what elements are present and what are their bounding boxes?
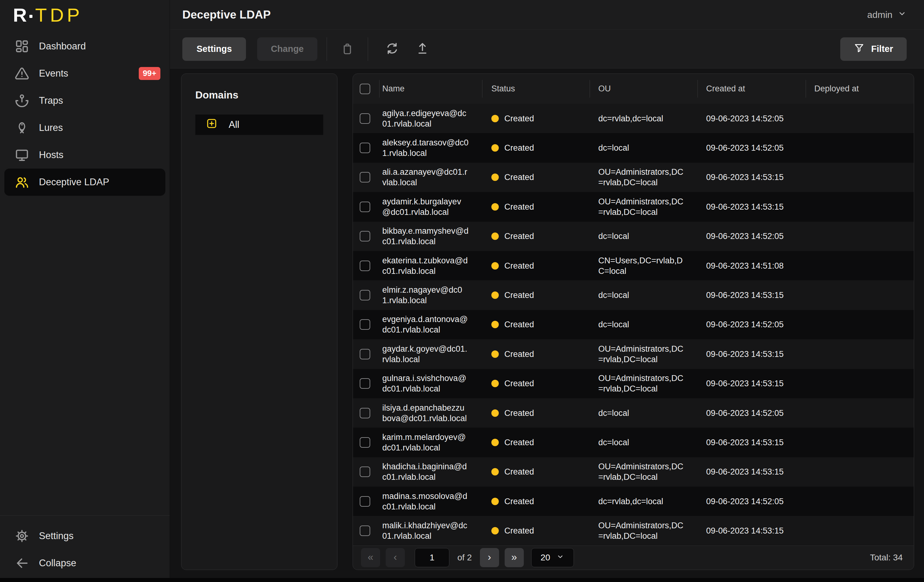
table-row[interactable]: bikbay.e.mamyshev@dc01.rvlab.local Creat… [353, 222, 914, 251]
table-row[interactable]: karim.m.melardoyev@dc01.rvlab.local Crea… [353, 427, 914, 457]
table-row[interactable]: aleksey.d.tarasov@dc01.rvlab.local Creat… [353, 133, 914, 163]
table-row[interactable]: madina.s.mosolova@dc01.rvlab.local Creat… [353, 487, 914, 516]
row-created-at: 09-06-2023 14:51:08 [698, 261, 806, 271]
page-size-value: 20 [541, 552, 550, 562]
row-status-label: Created [504, 172, 534, 182]
row-checkbox[interactable] [360, 408, 370, 418]
sidebar-item-settings[interactable]: Settings [0, 523, 170, 549]
row-checkbox[interactable] [360, 467, 370, 477]
user-menu[interactable]: admin [867, 9, 907, 20]
row-name: aydamir.k.burgalayev@dc01.rvlab.local [379, 196, 482, 217]
sidebar-item-deceptive-ldap[interactable]: Deceptive LDAP [4, 169, 165, 196]
row-status: Created [482, 437, 590, 448]
row-checkbox[interactable] [360, 113, 370, 124]
sidebar-item-label: Events [39, 68, 68, 79]
column-header-name: Name [379, 74, 482, 104]
row-ou: dc=local [590, 143, 698, 153]
row-ou: dc=local [590, 319, 698, 330]
row-status: Created [482, 526, 590, 536]
domain-item-all[interactable]: All [195, 115, 323, 135]
sidebar: RTDP Dashboard Events 99+ Traps [0, 0, 170, 578]
row-created-at: 09-06-2023 14:53:15 [698, 202, 806, 212]
page-size-select[interactable]: 20 [531, 548, 574, 567]
row-created-at: 09-06-2023 14:53:15 [698, 349, 806, 359]
table-header: Name Status OU Created at Deployed at [353, 74, 914, 104]
status-dot-icon [492, 144, 499, 151]
filter-button[interactable]: Filter [840, 37, 907, 61]
expand-plus-icon[interactable] [206, 118, 218, 132]
page-number-input[interactable]: 1 [415, 548, 449, 567]
row-name: ali.a.azanayev@dc01.rvlab.local [379, 167, 482, 188]
sidebar-item-label: Deceptive LDAP [39, 177, 109, 188]
row-checkbox[interactable] [360, 437, 370, 448]
row-status-label: Created [504, 319, 534, 330]
table-row[interactable]: ilsiya.d.epanchabezzubova@dc01.rvlab.loc… [353, 398, 914, 427]
first-page-button[interactable]: « [361, 548, 380, 567]
row-created-at: 09-06-2023 14:53:15 [698, 378, 806, 389]
row-checkbox[interactable] [360, 202, 370, 212]
row-checkbox[interactable] [360, 231, 370, 242]
row-checkbox[interactable] [360, 143, 370, 153]
trash-icon [340, 42, 354, 56]
select-all-checkbox[interactable] [360, 84, 370, 94]
next-page-button[interactable]: › [480, 548, 499, 567]
row-name: madina.s.mosolova@dc01.rvlab.local [379, 491, 482, 512]
row-status: Created [482, 172, 590, 182]
row-status-label: Created [504, 408, 534, 418]
arrow-left-icon [15, 556, 29, 570]
row-checkbox[interactable] [360, 378, 370, 389]
row-status: Created [482, 467, 590, 477]
row-checkbox[interactable] [360, 526, 370, 536]
top-bar: Deceptive LDAP admin [170, 0, 924, 30]
sidebar-item-dashboard[interactable]: Dashboard [0, 33, 170, 60]
refresh-button[interactable] [381, 38, 403, 60]
sidebar-item-label: Dashboard [39, 41, 86, 52]
sidebar-item-hosts[interactable]: Hosts [0, 141, 170, 169]
status-dot-icon [492, 174, 499, 181]
sidebar-item-events[interactable]: Events 99+ [0, 60, 170, 87]
sidebar-item-label: Hosts [39, 150, 63, 161]
sidebar-item-label: Lures [39, 122, 63, 133]
table-row[interactable]: ali.a.azanayev@dc01.rvlab.local Created … [353, 163, 914, 192]
row-status-label: Created [504, 437, 534, 448]
last-page-button[interactable]: » [505, 548, 524, 567]
row-name: elmir.z.nagayev@dc01.rvlab.local [379, 284, 482, 306]
change-button[interactable]: Change [257, 37, 317, 61]
table-row[interactable]: malik.i.khadzhiyev@dc01.rvlab.local Crea… [353, 516, 914, 545]
row-checkbox[interactable] [360, 349, 370, 359]
row-checkbox[interactable] [360, 319, 370, 330]
row-ou: OU=Administrators,DC=rvlab,DC=local [590, 461, 698, 482]
settings-button[interactable]: Settings [182, 37, 246, 61]
table-row[interactable]: evgeniya.d.antonova@dc01.rvlab.local Cre… [353, 310, 914, 339]
row-ou: OU=Administrators,DC=rvlab,DC=local [590, 344, 698, 365]
hook-icon [15, 94, 29, 108]
sidebar-item-collapse[interactable]: Collapse [0, 549, 170, 577]
table-row[interactable]: elmir.z.nagayev@dc01.rvlab.local Created… [353, 280, 914, 310]
row-checkbox[interactable] [360, 172, 370, 182]
status-dot-icon [492, 468, 499, 475]
column-header-created-at: Created at [698, 74, 806, 104]
table-row[interactable]: aydamir.k.burgalayev@dc01.rvlab.local Cr… [353, 192, 914, 221]
row-created-at: 09-06-2023 14:52:05 [698, 231, 806, 242]
row-created-at: 09-06-2023 14:53:15 [698, 437, 806, 448]
row-name: malik.i.khadzhiyev@dc01.rvlab.local [379, 520, 482, 541]
status-dot-icon [492, 115, 499, 122]
row-checkbox[interactable] [360, 290, 370, 301]
previous-page-button[interactable]: ‹ [386, 548, 405, 567]
table-row[interactable]: gulnara.i.svishchova@dc01.rvlab.local Cr… [353, 369, 914, 398]
total-count-label: Total: 34 [870, 552, 903, 562]
upload-icon [416, 42, 429, 56]
row-name: khadicha.i.baginina@dc01.rvlab.local [379, 461, 482, 482]
upload-button[interactable] [411, 38, 434, 60]
sidebar-item-lures[interactable]: Lures [0, 114, 170, 141]
table-row[interactable]: khadicha.i.baginina@dc01.rvlab.local Cre… [353, 457, 914, 487]
table-row[interactable]: gaydar.k.goyev@dc01.rvlab.local Created … [353, 339, 914, 369]
row-checkbox[interactable] [360, 496, 370, 507]
table-row[interactable]: ekaterina.t.zubkova@dc01.rvlab.local Cre… [353, 251, 914, 280]
status-dot-icon [492, 203, 499, 210]
sidebar-item-traps[interactable]: Traps [0, 87, 170, 114]
row-checkbox[interactable] [360, 261, 370, 271]
delete-button[interactable] [336, 38, 358, 60]
column-header-status: Status [482, 74, 590, 104]
table-row[interactable]: agilya.r.edigeyeva@dc01.rvlab.local Crea… [353, 104, 914, 133]
